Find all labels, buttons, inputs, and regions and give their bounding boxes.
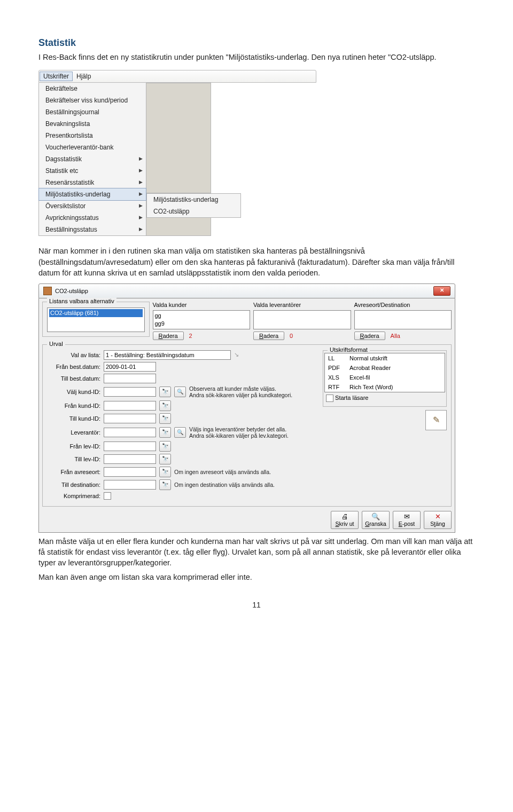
fran-best-input[interactable] <box>104 362 156 372</box>
valj-kund-input[interactable] <box>104 387 156 397</box>
binoculars-icon[interactable]: 🔭 <box>159 441 171 452</box>
starta-lasare-label: Starta läsare <box>335 395 368 401</box>
menu-item[interactable]: Beställningsstatus▶ <box>39 224 146 235</box>
search-icon[interactable]: 🔍 <box>174 387 186 397</box>
till-lev-input[interactable] <box>104 454 156 464</box>
submenu-item[interactable]: CO2-utsläpp <box>147 206 240 217</box>
stang-button[interactable]: ✕Stäng <box>424 511 452 529</box>
label-valj-kund: Välj kund-ID: <box>47 389 100 395</box>
paragraph-4: Man kan även ange om listan ska vara kom… <box>38 572 475 582</box>
fran-lev-input[interactable] <box>104 442 156 451</box>
group-listans: Listans valbara alternativ <box>47 298 116 304</box>
menu-item[interactable]: Voucherleverantör-bank <box>39 141 146 153</box>
till-kund-input[interactable] <box>104 414 156 423</box>
submenu-item[interactable]: Miljöstatistiks-underlag <box>147 194 240 206</box>
binoculars-icon[interactable]: 🔭 <box>159 413 171 424</box>
format-row[interactable]: PDFAcrobat Reader <box>325 363 445 373</box>
label-avrese: Avreseort/Destination <box>354 302 452 308</box>
till-dest-input[interactable] <box>104 480 156 490</box>
menu-item[interactable]: Presentkortslista <box>39 130 146 141</box>
submenu: Miljöstatistiks-underlag CO2-utsläpp <box>146 193 241 218</box>
menu-item[interactable]: Avprickningsstatus▶ <box>39 212 146 224</box>
label-till-best: Till best.datum: <box>47 375 100 382</box>
menu-item[interactable]: Beställningsjournal <box>39 106 146 118</box>
menu-item[interactable]: Bevakningslista <box>39 118 146 130</box>
till-best-input[interactable] <box>104 374 156 383</box>
lev-input[interactable] <box>104 428 156 437</box>
menu-item[interactable]: Bekräftelser viss kund/period <box>39 94 146 106</box>
starta-lasare-checkbox[interactable] <box>326 395 333 402</box>
menu-item[interactable]: Bekräftelse <box>39 83 146 94</box>
komprimerad-checkbox[interactable] <box>104 492 111 500</box>
lev-list[interactable] <box>253 310 351 329</box>
binoculars-icon[interactable]: 🔭 <box>159 479 171 490</box>
submenu-arrow-icon: ▶ <box>139 179 143 185</box>
search-icon[interactable]: 🔍 <box>174 427 186 438</box>
label-valda-lev: Valda leverantörer <box>253 302 351 308</box>
count-lev: 0 <box>290 333 293 339</box>
note-kund: Observera att kunder måste väljas. Andra… <box>189 385 292 398</box>
fran-avrese-input[interactable] <box>104 467 156 477</box>
paragraph-3: Man måste välja ut en eller flera kunder… <box>38 536 475 569</box>
label-valda-kunder: Valda kunder <box>153 302 251 308</box>
label-fran-lev: Från lev-ID: <box>47 443 100 450</box>
binoculars-icon[interactable]: 🔭 <box>159 387 171 397</box>
alla-label: Alla <box>391 333 400 339</box>
val-av-lista-input[interactable] <box>104 350 231 360</box>
group-urval: Urval <box>47 341 65 347</box>
label-till-kund: Till kund-ID: <box>47 415 100 422</box>
close-button[interactable]: ✕ <box>433 286 450 296</box>
format-row[interactable]: RTFRich Text (Word) <box>325 382 445 392</box>
menu-screenshot: Utskrifter Hjälp Bekräftelse Bekräftelse… <box>38 70 316 236</box>
menu-item[interactable]: Resenärsstatistik▶ <box>39 177 146 188</box>
epost-button[interactable]: ✉E-post <box>393 511 421 529</box>
binoculars-icon[interactable]: 🔭 <box>159 467 171 477</box>
submenu-arrow-icon: ▶ <box>139 215 143 220</box>
format-row[interactable]: LLNormal utskrift <box>325 353 445 363</box>
alternatives-list[interactable]: CO2-utsläpp (681) <box>47 308 145 332</box>
group-utskriftsformat: Utskriftsformat <box>328 346 370 353</box>
menu-tab-hjalp[interactable]: Hjälp <box>76 73 91 80</box>
dialog-screenshot: CO2-utsläpp ✕ Listans valbara alternativ… <box>38 283 455 533</box>
submenu-arrow-icon: ▶ <box>139 226 143 232</box>
format-row[interactable]: XLSExcel-fil <box>325 373 445 382</box>
dropdown-main: Bekräftelse Bekräftelser viss kund/perio… <box>38 83 146 236</box>
document-icon: ✎ <box>425 410 447 430</box>
granska-button[interactable]: 🔍Granska <box>362 511 390 529</box>
label-fran-kund: Från kund-ID: <box>47 403 100 409</box>
app-icon <box>43 287 52 295</box>
label-till-lev: Till lev-ID: <box>47 456 100 462</box>
radera-kunder-button[interactable]: Radera <box>153 332 184 340</box>
label-till-dest: Till destination: <box>47 482 100 488</box>
label-komprimerad: Komprimerad: <box>47 493 100 499</box>
dest-list[interactable] <box>354 310 452 329</box>
menu-item-selected[interactable]: Miljöstatistiks-underlag▶ <box>38 188 146 201</box>
menu-item[interactable]: Statistik etc▶ <box>39 165 146 177</box>
label-lev: Leverantör: <box>47 429 100 436</box>
intro-paragraph: I Res-Back finns det en ny statistikruti… <box>38 52 475 62</box>
label-fran-avrese: Från avreseort: <box>47 469 100 475</box>
menu-item[interactable]: Översiktslistor▶ <box>39 200 146 212</box>
submenu-arrow-icon: ▶ <box>139 191 143 196</box>
submenu-arrow-icon: ▶ <box>139 203 143 208</box>
menu-tab-utskrifter[interactable]: Utskrifter <box>40 72 73 81</box>
note-lev: Väljs inga leverantörer betyder det alla… <box>189 426 289 439</box>
submenu-arrow-icon: ▶ <box>139 156 143 161</box>
note-avrese: Om ingen avreseort väljs används alla. <box>174 469 271 475</box>
skriv-ut-button[interactable]: 🖨Skriv ut <box>331 511 359 529</box>
binoculars-icon[interactable]: 🔭 <box>159 400 171 411</box>
kunder-list[interactable]: gg gg9 <box>153 310 251 329</box>
binoculars-icon[interactable]: 🔭 <box>159 427 171 438</box>
note-dest: Om ingen destination väljs används alla. <box>174 482 275 488</box>
dialog-title: CO2-utsläpp <box>55 288 88 294</box>
paragraph-2: När man kommer in i den rutinen ska man … <box>38 246 475 278</box>
page-number: 11 <box>38 601 475 609</box>
menu-item[interactable]: Dagsstatistik▶ <box>39 153 146 165</box>
label-fran-best: Från best.datum: <box>47 364 100 370</box>
binoculars-icon[interactable]: 🔭 <box>159 454 171 464</box>
radera-dest-button[interactable]: Radera <box>354 332 385 340</box>
heading-statistik: Statistik <box>38 37 475 49</box>
fran-kund-input[interactable] <box>104 401 156 411</box>
submenu-arrow-icon: ▶ <box>139 168 143 173</box>
radera-lev-button[interactable]: Radera <box>253 332 284 340</box>
